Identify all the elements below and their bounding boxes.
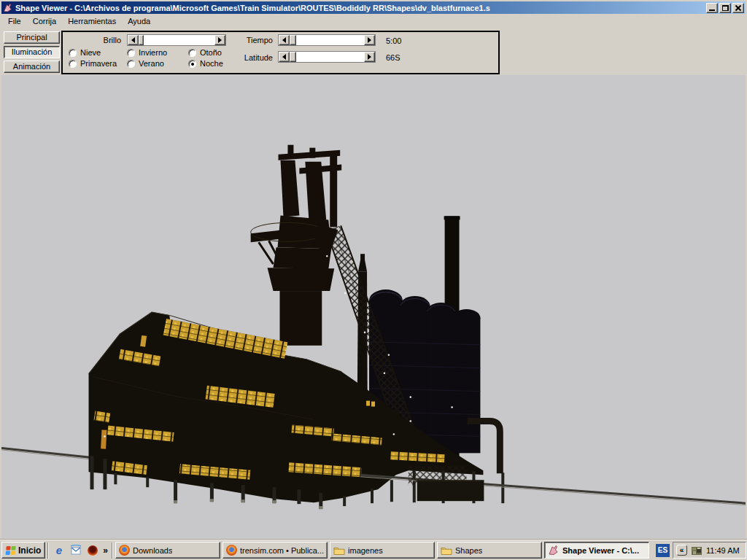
radio-invierno[interactable]: Invierno [127, 48, 167, 57]
control-panel: Principal Iluminación Animación Brillo N… [1, 28, 746, 77]
tray-collapse-chevron[interactable]: « [676, 545, 687, 556]
radio-label: Verano [139, 59, 164, 68]
viewport-3d[interactable] [1, 75, 746, 538]
right-arrow-icon [218, 37, 222, 43]
folder-icon [441, 545, 452, 556]
latitude-scrollbar[interactable] [278, 51, 376, 63]
restore-icon [722, 5, 729, 11]
right-arrow-icon [368, 54, 371, 60]
start-label: Inicio [18, 545, 41, 556]
foundation-box [417, 480, 484, 501]
quick-launch-more-chevron[interactable]: » [103, 545, 108, 556]
language-indicator[interactable]: ES [656, 544, 670, 557]
right-arrow-icon [368, 37, 371, 43]
radio-label: Nieve [80, 48, 101, 57]
illumination-groupbox: Brillo Nieve Invierno Otoño Primavera Ve… [61, 31, 500, 74]
task-shapes[interactable]: Shapes [437, 542, 542, 559]
latitude-scroll-right-button[interactable] [364, 52, 375, 62]
radio-circle[interactable] [69, 49, 77, 57]
radio-circle[interactable] [188, 60, 196, 68]
radio-circle[interactable] [127, 60, 135, 68]
app-window: Shape Viewer - C:\Archivos de programa\M… [0, 0, 747, 540]
left-arrow-icon [131, 37, 135, 43]
windows-logo-icon [4, 545, 16, 556]
left-arrow-icon [282, 54, 286, 60]
radio-circle[interactable] [69, 60, 77, 68]
clock: 11:49 AM [706, 546, 740, 555]
title-bar: Shape Viewer - C:\Archivos de programa\M… [1, 1, 746, 14]
radio-nieve[interactable]: Nieve [69, 48, 101, 57]
viewport-panel [1, 75, 746, 538]
time-label: Tiempo [229, 36, 273, 44]
taskbar-separator [47, 542, 49, 559]
minimize-icon [709, 9, 715, 11]
minimize-button[interactable] [706, 3, 718, 13]
brightness-scroll-thumb[interactable] [139, 35, 144, 45]
brightness-scroll-track[interactable] [139, 35, 214, 45]
radio-label: Invierno [139, 48, 167, 57]
menu-tools[interactable]: Herramientas [62, 15, 122, 27]
close-button[interactable] [732, 3, 744, 13]
shape-viewer-icon [548, 545, 560, 556]
internet-explorer-icon[interactable]: e [53, 544, 65, 556]
time-scroll-right-button[interactable] [364, 35, 375, 45]
radio-label: Noche [200, 59, 223, 68]
tab-principal[interactable]: Principal [4, 31, 60, 44]
tray-app-icon[interactable] [691, 545, 703, 556]
task-label: trensim.com • Publica... [240, 546, 324, 555]
restore-button[interactable] [719, 3, 731, 13]
menu-edit[interactable]: Corrija [27, 15, 62, 27]
firefox-icon [119, 545, 130, 556]
folder-icon [333, 545, 345, 556]
brightness-scroll-left-button[interactable] [128, 35, 139, 45]
task-downloads[interactable]: Downloads [115, 542, 220, 559]
tab-iluminacion[interactable]: Iluminación [4, 46, 60, 58]
radio-otono[interactable]: Otoño [188, 48, 222, 57]
time-value: 5:00 [386, 36, 401, 45]
brightness-scrollbar[interactable] [127, 34, 226, 46]
latitude-scroll-left-button[interactable] [279, 52, 290, 62]
system-tray: « 11:49 AM [673, 542, 746, 559]
time-scroll-track[interactable] [290, 35, 364, 45]
task-imagenes[interactable]: imagenes [330, 542, 435, 559]
menu-bar: File Corrija Herramientas Ayuda [1, 14, 746, 28]
firefox-icon [226, 545, 237, 556]
task-trensim[interactable]: trensim.com • Publica... [222, 542, 328, 559]
screen: { "window": { "title": "Shape Viewer - C… [0, 0, 747, 560]
tab-animacion[interactable]: Animación [4, 61, 60, 73]
tab-column: Principal Iluminación Animación [4, 31, 60, 75]
menu-help[interactable]: Ayuda [122, 15, 156, 27]
radio-circle[interactable] [127, 49, 135, 57]
radio-primavera[interactable]: Primavera [69, 59, 117, 68]
start-button[interactable]: Inicio [1, 542, 45, 559]
task-label: Shapes [455, 546, 482, 555]
latitude-scroll-track[interactable] [290, 52, 364, 62]
quick-launch: e » [51, 544, 109, 556]
brightness-scroll-right-button[interactable] [214, 35, 225, 45]
brightness-label: Brillo [67, 36, 121, 44]
left-arrow-icon [282, 37, 286, 43]
time-scrollbar[interactable] [278, 34, 376, 46]
outlook-express-icon[interactable] [69, 544, 82, 556]
radio-label: Otoño [200, 48, 222, 57]
close-icon [735, 5, 741, 11]
menu-file[interactable]: File [2, 15, 27, 27]
task-label: imagenes [348, 546, 383, 555]
radio-noche[interactable]: Noche [188, 59, 223, 68]
time-scroll-left-button[interactable] [279, 35, 290, 45]
window-title: Shape Viewer - C:\Archivos de programa\M… [15, 4, 703, 12]
task-shape-viewer[interactable]: Shape Viewer - C:\... [544, 542, 649, 559]
shape-viewer-app-icon [3, 3, 13, 13]
radio-verano[interactable]: Verano [127, 59, 164, 68]
radio-circle[interactable] [188, 49, 196, 57]
latitude-label: Latitude [225, 53, 273, 62]
taskbar: Inicio e » Downloads trensim.com • Publi… [0, 540, 747, 560]
red-orb-icon[interactable] [86, 544, 98, 556]
latitude-value: 66S [386, 53, 400, 62]
task-label: Downloads [133, 546, 172, 555]
task-label: Shape Viewer - C:\... [562, 546, 639, 555]
latitude-scroll-thumb[interactable] [290, 52, 296, 62]
taskbar-separator [112, 542, 113, 559]
radio-label: Primavera [80, 59, 117, 68]
time-scroll-thumb[interactable] [290, 35, 296, 45]
